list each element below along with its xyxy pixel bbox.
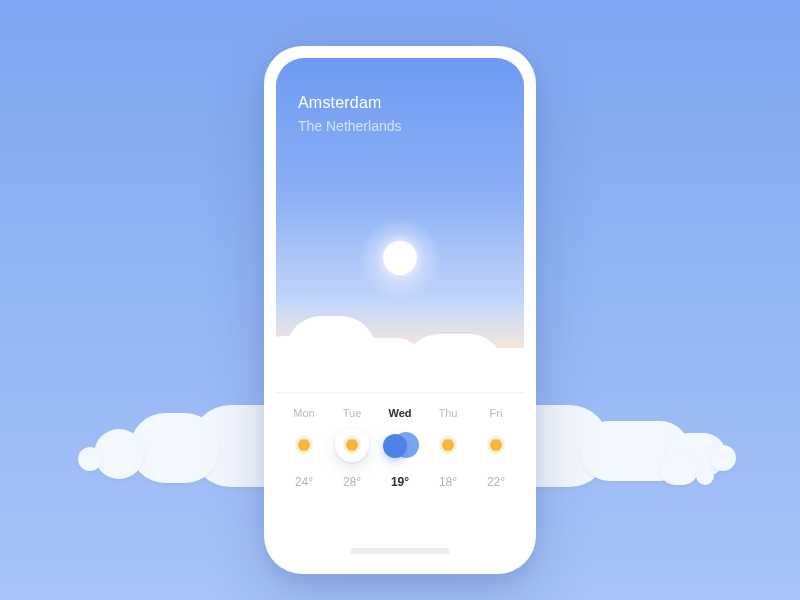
home-indicator <box>350 548 449 554</box>
day-temp: 18° <box>439 475 457 489</box>
forecast-day-fri[interactable]: Fri 22° <box>472 407 520 538</box>
cloudy-icon <box>385 430 415 460</box>
location-city: Amsterdam <box>298 94 502 112</box>
phone-frame: Amsterdam The Netherlands Mon 24° Tue <box>264 46 536 574</box>
forecast-day-wed[interactable]: Wed 19° <box>376 407 424 538</box>
day-label: Wed <box>388 407 411 419</box>
day-label: Tue <box>343 407 362 419</box>
day-label: Thu <box>439 407 458 419</box>
app-screen: Amsterdam The Netherlands Mon 24° Tue <box>276 58 524 562</box>
day-temp: 28° <box>343 475 361 489</box>
day-temp: 22° <box>487 475 505 489</box>
forecast-day-thu[interactable]: Thu 18° <box>424 407 472 538</box>
sunny-icon <box>481 430 511 460</box>
location-block[interactable]: Amsterdam The Netherlands <box>298 94 502 134</box>
forecast-days: Mon 24° Tue 28° Wed <box>276 393 524 548</box>
forecast-day-tue[interactable]: Tue 28° <box>328 407 376 538</box>
sunny-icon <box>289 430 319 460</box>
sunny-icon <box>337 430 367 460</box>
day-label: Mon <box>293 407 314 419</box>
forecast-panel: Mon 24° Tue 28° Wed <box>276 392 524 562</box>
day-label: Fri <box>490 407 503 419</box>
sunny-icon <box>433 430 463 460</box>
day-temp: 24° <box>295 475 313 489</box>
day-temp: 19° <box>391 475 409 489</box>
forecast-day-mon[interactable]: Mon 24° <box>280 407 328 538</box>
location-country: The Netherlands <box>298 118 502 134</box>
